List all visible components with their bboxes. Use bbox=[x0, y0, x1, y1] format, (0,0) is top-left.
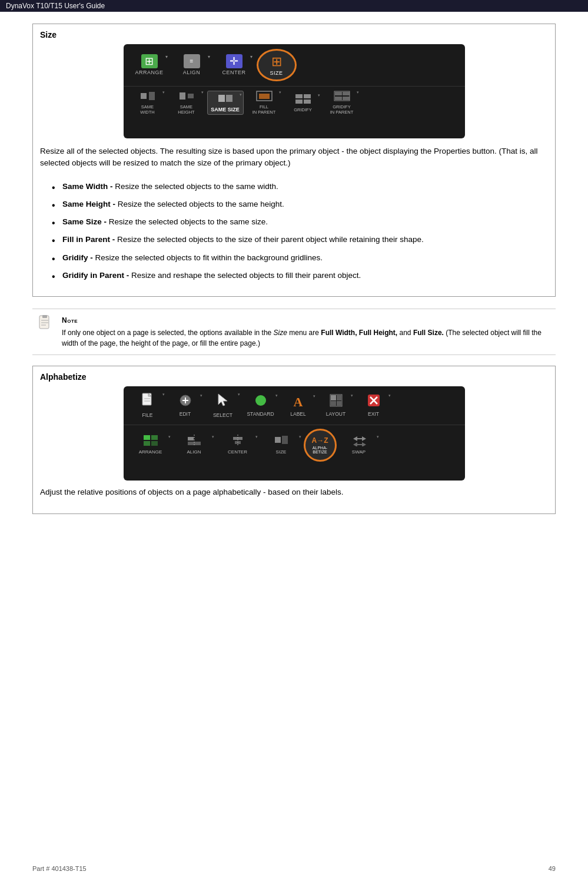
svg-rect-43 bbox=[188, 437, 194, 440]
same-height-icon bbox=[178, 91, 195, 103]
bot-align-label: ALIGN bbox=[187, 449, 201, 455]
svg-rect-14 bbox=[343, 92, 350, 95]
page-footer: Part # 401438-T15 49 bbox=[0, 865, 588, 872]
note-text: If only one object on a page is selected… bbox=[62, 329, 542, 347]
bot-size-arrow: ▾ bbox=[299, 435, 301, 439]
label-label: LABEL bbox=[290, 411, 305, 417]
bot-arrange-icon bbox=[143, 435, 158, 448]
svg-rect-33 bbox=[337, 395, 341, 400]
standard-icon bbox=[254, 394, 267, 410]
svg-rect-35 bbox=[337, 401, 341, 406]
tb-bot-arrange-btn[interactable]: ▾ ARRANGE bbox=[129, 432, 172, 457]
tb-label-btn[interactable]: ▾ A LABEL bbox=[280, 392, 317, 420]
standard-label: STANDARD bbox=[247, 411, 274, 417]
gridify-in-parent-btn[interactable]: ▾ GRIDIFYIN PARENT bbox=[324, 89, 360, 117]
tb-standard-btn[interactable]: ▾ STANDARD bbox=[242, 391, 279, 420]
size-section: Size ▾ ⊞ ARRANGE ▾ ≡ ALIGN ▾ bbox=[32, 24, 556, 297]
same-size-btn[interactable]: ▾ SAME SIZE bbox=[207, 91, 244, 115]
label-icon: A bbox=[294, 395, 303, 410]
same-height-text: Resize the selected objects to the same … bbox=[118, 200, 284, 208]
bullet-same-width: Same Width - Resize the selected objects… bbox=[52, 178, 548, 196]
same-size-term: Same Size - bbox=[62, 217, 107, 226]
bot-swap-icon bbox=[351, 435, 367, 448]
tb-select-btn[interactable]: ▾ SELECT bbox=[205, 390, 241, 421]
svg-point-30 bbox=[255, 395, 266, 406]
arrange-arrow: ▾ bbox=[165, 54, 168, 59]
svg-rect-50 bbox=[282, 436, 288, 444]
same-height-arrow: ▾ bbox=[201, 90, 204, 95]
align-label: ALIGN bbox=[183, 69, 201, 75]
exit-icon bbox=[367, 394, 380, 410]
tb-bot-center-btn[interactable]: ▾ CENTER bbox=[217, 432, 259, 457]
gridify-btn[interactable]: ▾ GRIDIFY bbox=[285, 92, 321, 114]
bot-alphabetize-icon: A→Z bbox=[312, 436, 328, 445]
tb-bot-alphabetize-btn[interactable]: A→Z ALPHA-BETIZE bbox=[304, 429, 337, 462]
select-label: SELECT bbox=[213, 412, 232, 418]
svg-rect-49 bbox=[275, 437, 281, 443]
size-sub-toolbar-row: ▾ SAMEWIDTH ▾ SAMEHEIGHT ▾ bbox=[124, 86, 465, 119]
file-label: FILE bbox=[142, 412, 153, 418]
tb-exit-btn[interactable]: ▾ EXIT bbox=[356, 391, 392, 420]
align-icon: ≡ bbox=[184, 54, 200, 68]
svg-rect-41 bbox=[144, 441, 150, 446]
bullet-fill-in-parent: Fill in Parent - Resize the selected obj… bbox=[52, 231, 548, 249]
same-width-text: Resize the selected objects to the same … bbox=[115, 182, 278, 191]
same-size-arrow: ▾ bbox=[240, 92, 242, 97]
size-section-title: Size bbox=[40, 30, 548, 39]
svg-rect-9 bbox=[304, 94, 311, 98]
same-width-btn[interactable]: ▾ SAMEWIDTH bbox=[129, 89, 166, 117]
bullet-gridify-in-parent: Gridify in Parent - Resize and reshape t… bbox=[52, 267, 548, 284]
bot-align-icon bbox=[187, 435, 202, 448]
tb-bot-swap-btn[interactable]: ▾ SWAP bbox=[338, 432, 380, 457]
svg-rect-16 bbox=[343, 97, 350, 100]
gridify-in-parent-arrow: ▾ bbox=[357, 90, 359, 95]
fill-in-parent-btn[interactable]: ▾ FILLIN PARENT bbox=[246, 89, 283, 117]
alphabetize-top-row: ▾ FILE ▾ EDIT ▾ bbox=[124, 386, 465, 425]
gridify-in-parent-text: Resize and reshape the selected objects … bbox=[131, 271, 361, 280]
select-arrow: ▾ bbox=[238, 392, 240, 397]
tb-arrange-btn[interactable]: ▾ ⊞ ARRANGE bbox=[129, 51, 170, 78]
center-label: CENTER bbox=[222, 69, 245, 75]
page-header: DynaVox T10/T15 User's Guide bbox=[0, 0, 588, 12]
gridify-icon bbox=[295, 94, 311, 106]
bot-alphabetize-label: ALPHA-BETIZE bbox=[313, 446, 327, 454]
tb-layout-btn[interactable]: ▾ LAYOUT bbox=[318, 391, 354, 420]
gridify-label: GRIDIFY bbox=[294, 107, 311, 112]
note-title: Note bbox=[62, 315, 550, 326]
tb-file-btn[interactable]: ▾ FILE bbox=[129, 390, 166, 421]
alphabetize-section-title: Alphabetize bbox=[40, 372, 548, 382]
size-description: Resize all of the selected objects. The … bbox=[40, 145, 548, 170]
svg-rect-13 bbox=[335, 92, 342, 95]
bot-center-label: CENTER bbox=[228, 449, 247, 455]
arrange-icon: ⊞ bbox=[141, 54, 158, 68]
note-icon-area bbox=[38, 315, 51, 332]
label-arrow: ▾ bbox=[313, 394, 315, 399]
tb-center-btn[interactable]: ▾ ✛ CENTER bbox=[214, 51, 254, 78]
tb-align-btn[interactable]: ▾ ≡ ALIGN bbox=[172, 51, 212, 78]
same-width-icon bbox=[139, 91, 156, 103]
alphabetize-toolbar-image: ▾ FILE ▾ EDIT ▾ bbox=[124, 386, 465, 481]
tb-edit-btn[interactable]: ▾ EDIT bbox=[167, 391, 204, 420]
same-size-text: Resize the selected objects to the same … bbox=[109, 217, 268, 226]
same-height-btn[interactable]: ▾ SAMEHEIGHT bbox=[168, 89, 205, 117]
gridify-text: Resize the selected objects to fit withi… bbox=[95, 253, 323, 262]
center-arrow: ▾ bbox=[250, 54, 253, 59]
same-height-term: Same Height - bbox=[62, 200, 115, 208]
tb-bot-size-btn[interactable]: ▾ SIZE bbox=[260, 432, 303, 457]
same-height-label: SAMEHEIGHT bbox=[178, 104, 194, 115]
tb-bot-align-btn[interactable]: ▾ ALIGN bbox=[173, 432, 215, 457]
main-content: Size ▾ ⊞ ARRANGE ▾ ≡ ALIGN ▾ bbox=[0, 12, 588, 561]
svg-rect-34 bbox=[331, 401, 336, 406]
gridify-in-parent-icon bbox=[334, 91, 350, 103]
tb-size-btn[interactable]: ⊞ SIZE bbox=[257, 49, 297, 81]
size-icon: ⊞ bbox=[268, 55, 285, 69]
svg-rect-15 bbox=[335, 97, 342, 100]
footer-part: Part # 401438-T15 bbox=[32, 865, 87, 872]
file-arrow: ▾ bbox=[162, 392, 165, 397]
bullet-same-height: Same Height - Resize the selected object… bbox=[52, 196, 548, 213]
bot-swap-label: SWAP bbox=[352, 449, 366, 455]
size-toolbar-top-row: ▾ ⊞ ARRANGE ▾ ≡ ALIGN ▾ ✛ CENTER bbox=[124, 44, 465, 85]
svg-marker-29 bbox=[218, 394, 227, 406]
file-icon bbox=[141, 393, 154, 411]
same-width-term: Same Width - bbox=[62, 182, 112, 191]
